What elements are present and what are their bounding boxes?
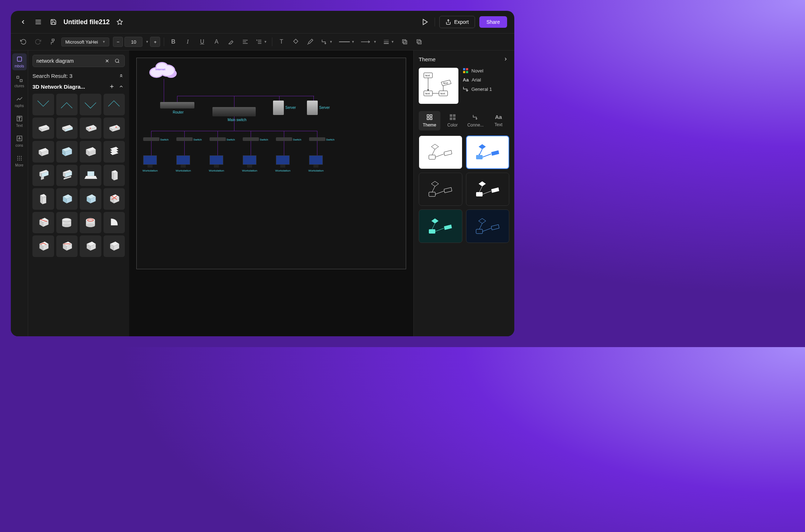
theme-option-light[interactable] (419, 136, 462, 169)
favorite-button[interactable] (115, 17, 125, 27)
symbol-cube-plain-2[interactable] (104, 235, 125, 257)
symbol-cube-red-1[interactable] (32, 235, 54, 257)
export-button[interactable]: Export (439, 16, 475, 28)
option-tab-text[interactable]: Aa Text (488, 111, 509, 130)
node-switch-5[interactable] (276, 137, 292, 141)
canvas[interactable]: M Internet Router (129, 50, 413, 336)
fill-button[interactable] (290, 36, 301, 47)
node-server-1[interactable] (273, 101, 284, 115)
font-size-input[interactable] (124, 37, 142, 47)
option-tab-color[interactable]: Color (442, 111, 463, 130)
theme-option-teal[interactable] (419, 209, 462, 243)
search-button[interactable] (114, 57, 121, 65)
symbol-connector-2[interactable] (56, 94, 78, 115)
node-workstation-6[interactable] (309, 155, 323, 168)
tab-more[interactable]: More (12, 152, 27, 169)
node-main-switch[interactable] (212, 107, 256, 116)
symbol-hub-1[interactable] (32, 118, 54, 139)
symbol-stack-2[interactable] (56, 141, 78, 163)
theme-option-dark-outline[interactable] (419, 173, 462, 206)
share-button[interactable]: Share (479, 16, 507, 28)
node-workstation-1[interactable] (143, 155, 157, 168)
node-server-2[interactable] (307, 101, 318, 115)
tab-symbols[interactable]: mbols (12, 53, 27, 70)
symbol-laptop[interactable] (80, 165, 101, 186)
save-button[interactable] (48, 17, 58, 27)
symbol-cube-blue[interactable] (56, 188, 78, 210)
symbol-server-tower[interactable] (32, 188, 54, 210)
node-switch-2[interactable] (176, 137, 193, 141)
text-tool-button[interactable]: T (276, 36, 287, 47)
symbol-cube-red-2[interactable] (56, 235, 78, 257)
play-button[interactable] (420, 17, 430, 27)
line-style-button[interactable]: ▼ (338, 36, 356, 47)
collapse-library-button[interactable] (118, 83, 125, 90)
bold-button[interactable]: B (168, 36, 179, 47)
font-family-select[interactable]: Microsoft YaHei ▼ (61, 37, 109, 46)
symbol-tower[interactable] (104, 165, 125, 186)
symbol-cube-arrows[interactable] (104, 188, 125, 210)
node-workstation-3[interactable] (210, 155, 223, 168)
theme-option-dark-solid[interactable] (466, 173, 510, 206)
symbol-cylinder[interactable] (56, 212, 78, 234)
symbol-cube-plain-1[interactable] (80, 235, 101, 257)
symbol-monitor-1[interactable] (32, 165, 54, 186)
node-switch-4[interactable] (243, 137, 259, 141)
symbol-hub-3[interactable] (80, 118, 101, 139)
tab-text[interactable]: T Text (12, 113, 27, 130)
panel-expand-button[interactable] (502, 56, 509, 63)
tab-structures[interactable]: ctures (12, 73, 27, 90)
symbol-cylinder-ring[interactable] (80, 212, 101, 234)
layers-front-button[interactable] (399, 36, 410, 47)
symbol-hub-4[interactable] (104, 118, 125, 139)
symbol-cube-blue-2[interactable] (80, 188, 101, 210)
tab-icons[interactable]: cons (12, 133, 27, 150)
search-input[interactable] (36, 58, 101, 64)
symbol-stack-3[interactable] (80, 141, 101, 163)
format-painter-button[interactable] (47, 36, 58, 47)
underline-button[interactable]: U (197, 36, 207, 47)
node-switch-3[interactable] (210, 137, 226, 141)
symbol-stack-4[interactable] (104, 141, 125, 163)
node-router[interactable] (160, 102, 194, 108)
highlight-button[interactable] (225, 36, 236, 47)
symbol-curved[interactable] (104, 212, 125, 234)
layers-back-button[interactable] (414, 36, 425, 47)
line-spacing-button[interactable]: ▼ (254, 36, 268, 47)
eyedropper-button[interactable] (305, 36, 316, 47)
theme-option-blue-accent[interactable] (466, 136, 510, 169)
svg-point-29 (21, 156, 22, 157)
connector-type-button[interactable]: ▼ (319, 36, 334, 47)
line-weight-button[interactable]: ▼ (382, 36, 396, 47)
undo-button[interactable] (18, 36, 29, 47)
node-switch-6[interactable] (309, 137, 325, 141)
option-tab-connector[interactable]: Conne... (465, 111, 487, 130)
clear-search-button[interactable] (104, 57, 111, 65)
node-workstation-2[interactable] (176, 155, 190, 168)
increase-size-button[interactable]: + (150, 37, 160, 47)
symbol-cube-diag[interactable] (32, 212, 54, 234)
svg-marker-181 (491, 225, 499, 230)
node-switch-1[interactable] (143, 137, 159, 141)
tab-graphs[interactable]: raphs (12, 93, 27, 110)
symbol-stack-1[interactable] (32, 141, 54, 163)
align-button[interactable] (240, 36, 251, 47)
symbol-monitor-2[interactable] (56, 165, 78, 186)
decrease-size-button[interactable]: − (113, 37, 123, 47)
symbol-connector-4[interactable] (104, 94, 125, 115)
back-button[interactable] (18, 17, 28, 27)
symbol-hub-2[interactable] (56, 118, 78, 139)
symbol-connector-1[interactable] (32, 94, 54, 115)
add-library-button[interactable] (108, 83, 115, 90)
option-tab-theme[interactable]: Theme (419, 111, 440, 130)
menu-button[interactable] (33, 17, 43, 27)
arrow-style-button[interactable]: ▼ (360, 36, 378, 47)
node-workstation-5[interactable] (276, 155, 290, 168)
theme-option-navy[interactable] (466, 209, 510, 243)
collapse-all-button[interactable] (118, 72, 125, 79)
symbol-connector-3[interactable] (80, 94, 101, 115)
redo-button[interactable] (32, 36, 43, 47)
node-workstation-4[interactable] (243, 155, 256, 168)
italic-button[interactable]: I (182, 36, 193, 47)
text-color-button[interactable]: A (211, 36, 222, 47)
